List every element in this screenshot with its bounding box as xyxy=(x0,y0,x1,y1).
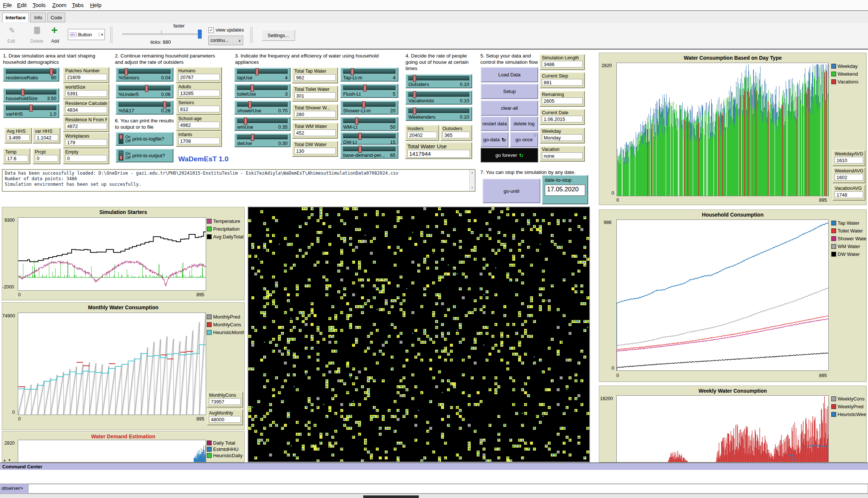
go-forever-button[interactable]: go forever↻ xyxy=(481,148,538,162)
slider-outsiders[interactable]: Outsiders0.10 xyxy=(405,74,472,88)
switch-print-to-output[interactable]: OnOff print-to-output? xyxy=(116,149,173,162)
slider-handle[interactable] xyxy=(251,134,254,141)
slider-showerUse[interactable]: showerUse0.70 xyxy=(234,100,291,115)
slider-handle[interactable] xyxy=(358,133,362,140)
menu-edit[interactable]: Edit xyxy=(17,2,27,8)
slider-track[interactable] xyxy=(343,134,395,139)
date-to-stop-field[interactable]: 17.05.2020 xyxy=(545,185,585,196)
slider-track[interactable] xyxy=(408,109,469,113)
slider-pct-seniors[interactable]: %Seniors0.04 xyxy=(116,67,173,82)
slider-handle[interactable] xyxy=(244,118,247,125)
speed-slider-track[interactable] xyxy=(122,33,202,35)
slider-track[interactable] xyxy=(237,102,288,107)
switch-toggle[interactable] xyxy=(119,151,123,161)
slider-handle[interactable] xyxy=(355,118,358,125)
slider-track[interactable] xyxy=(6,106,56,111)
slider-track[interactable] xyxy=(343,119,395,123)
menu-file[interactable]: File xyxy=(3,2,12,8)
slider-dwUse[interactable]: dwUse0.30 xyxy=(234,133,291,147)
command-input[interactable] xyxy=(28,484,868,494)
slider-track[interactable] xyxy=(119,86,170,91)
slider-handle[interactable] xyxy=(362,101,365,108)
slider-handle[interactable] xyxy=(125,68,128,75)
slider-track[interactable] xyxy=(237,135,288,140)
slider-track[interactable] xyxy=(343,147,395,152)
add-button-label[interactable]: Add xyxy=(51,39,59,44)
slider-track[interactable] xyxy=(119,102,170,107)
slider-track[interactable] xyxy=(408,92,469,97)
slider-householdSize[interactable]: householdSize3.50 xyxy=(3,88,59,102)
slider-track[interactable] xyxy=(408,76,469,81)
edit-pencil-icon[interactable]: ✎ xyxy=(9,26,15,35)
scroll-down-icon[interactable]: ▼ xyxy=(8,458,13,462)
settings-button[interactable]: Settings... xyxy=(262,30,295,41)
clear-all-button[interactable]: clear-all xyxy=(481,100,538,116)
plus-icon[interactable]: + xyxy=(51,24,58,36)
slider-wmUse[interactable]: wmUse0.35 xyxy=(234,117,291,131)
speed-slider-handle[interactable] xyxy=(198,30,202,39)
slider-handle[interactable] xyxy=(163,101,166,108)
slider-handle[interactable] xyxy=(358,146,362,153)
restart-data-button[interactable]: restart data xyxy=(481,116,508,131)
slider-tap-lt-m[interactable]: Tap-Lt-m4 xyxy=(340,67,398,82)
slider-handle[interactable] xyxy=(413,108,416,115)
widget-type-dropdown[interactable]: abc Button ▾ xyxy=(68,29,105,40)
slider-pct-5and17[interactable]: %5&170.26 xyxy=(116,100,173,115)
world-canvas[interactable] xyxy=(248,207,589,462)
slider-shower-lt-m[interactable]: Shower-Lt-m20 xyxy=(340,100,398,115)
slider-handle[interactable] xyxy=(413,91,416,98)
menu-tabs[interactable]: Tabs xyxy=(72,2,84,8)
slider-handle[interactable] xyxy=(50,68,53,75)
slider-track[interactable] xyxy=(6,90,56,95)
menu-zoom[interactable]: Zoom xyxy=(52,2,66,8)
slider-track[interactable] xyxy=(343,69,395,74)
slider-handle[interactable] xyxy=(351,68,354,75)
slider-track[interactable] xyxy=(6,69,56,74)
switch-print-to-logfile[interactable]: OnOff print-to-logfile? xyxy=(116,132,173,146)
output-log[interactable]: Data has been successfully loaded: D:\On… xyxy=(2,169,476,192)
slider-handle[interactable] xyxy=(29,105,33,112)
output-scrollbar[interactable]: ▴▾ xyxy=(469,170,475,191)
slider-track[interactable] xyxy=(343,102,395,107)
slider-residenceRatio[interactable]: residenceRatio90 xyxy=(3,67,59,82)
slider-track[interactable] xyxy=(237,119,288,123)
trash-icon[interactable] xyxy=(34,27,40,34)
slider-weekenders[interactable]: Weekenders0.10 xyxy=(405,107,472,121)
slider-handle[interactable] xyxy=(255,68,259,75)
menu-help[interactable]: Help xyxy=(90,2,102,8)
delete-log-button[interactable]: delete log xyxy=(510,116,538,131)
slider-toiletUse[interactable]: toiletUse3 xyxy=(234,84,291,98)
menu-tools[interactable]: Tools xyxy=(33,2,46,8)
tab-info[interactable]: Info xyxy=(30,13,46,22)
delete-button-label[interactable]: Delete xyxy=(30,39,43,44)
slider-flush-lt[interactable]: Flush-Lt5 xyxy=(340,84,398,98)
slider-handle[interactable] xyxy=(363,85,367,92)
slider-handle[interactable] xyxy=(248,101,252,108)
slider-handle[interactable] xyxy=(21,89,24,96)
switch-knob[interactable] xyxy=(119,155,123,160)
switch-toggle[interactable] xyxy=(119,134,123,144)
go-data-button[interactable]: go-data↻ xyxy=(481,132,508,147)
slider-tapUse[interactable]: tapUse4 xyxy=(234,67,291,82)
tab-code[interactable]: Code xyxy=(47,13,65,22)
scroll-up-icon[interactable]: ▴ xyxy=(471,171,473,174)
slider-base-demand[interactable]: base-demand-per...65 xyxy=(340,145,398,159)
load-data-button[interactable]: Load Data xyxy=(481,67,538,82)
interface-scroll-arrows[interactable]: ▲▼ xyxy=(3,458,13,462)
switch-knob[interactable] xyxy=(119,135,123,139)
update-mode-dropdown[interactable]: continu... ∨ xyxy=(208,36,243,45)
slider-track[interactable] xyxy=(119,69,170,74)
slider-track[interactable] xyxy=(343,86,395,90)
slider-vacationists[interactable]: Vacationists0.10 xyxy=(405,90,472,105)
slider-handle[interactable] xyxy=(251,85,254,92)
tab-interface[interactable]: Interface xyxy=(2,13,29,22)
go-once-button[interactable]: Ggo once xyxy=(510,132,538,147)
go-until-button[interactable]: go-until xyxy=(483,179,540,203)
scroll-down-icon[interactable]: ▾ xyxy=(470,185,475,191)
world-view[interactable] xyxy=(248,207,590,462)
edit-button-label[interactable]: Edit xyxy=(7,39,15,44)
slider-dw-lt[interactable]: DW-Lt15 xyxy=(340,132,398,145)
slider-track[interactable] xyxy=(237,86,288,90)
slider-handle[interactable] xyxy=(413,75,416,82)
slider-varHHS[interactable]: varHHS1.0 xyxy=(3,104,59,118)
